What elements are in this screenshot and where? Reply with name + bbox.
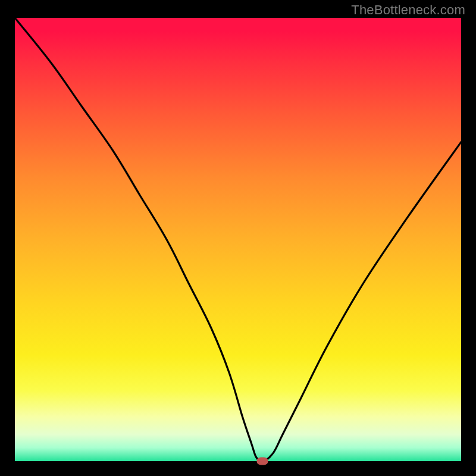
attribution-label: TheBottleneck.com: [351, 2, 465, 18]
bottleneck-curve: [15, 18, 461, 461]
optimal-point-marker: [257, 458, 268, 465]
plot-area: [15, 18, 461, 461]
chart-frame: TheBottleneck.com: [0, 0, 476, 476]
